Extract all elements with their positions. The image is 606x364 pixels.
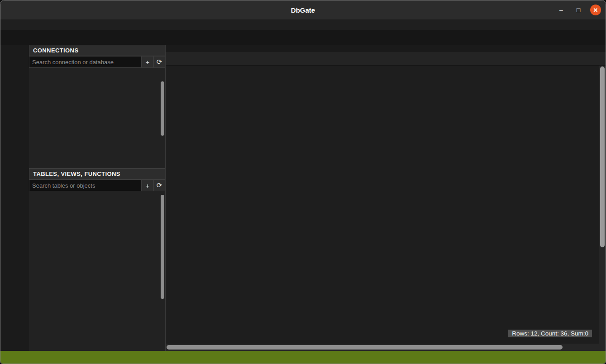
- add-connection-plus-button[interactable]: +: [142, 56, 153, 68]
- connections-list: [29, 68, 165, 168]
- tables-search-row: + ⟳: [29, 180, 165, 191]
- tables-refresh-button[interactable]: ⟳: [153, 180, 165, 191]
- connections-scrollbar[interactable]: [161, 81, 164, 136]
- data-grid-wrap: Rows: 12, Count: 36, Sum:0: [166, 66, 606, 344]
- main-area: CONNECTIONS + ⟳ TABLES, VIEWS, FUNCTIONS…: [0, 45, 606, 351]
- tables-add-button[interactable]: +: [142, 180, 153, 191]
- close-button[interactable]: ✕: [590, 5, 601, 15]
- left-panel: CONNECTIONS + ⟳ TABLES, VIEWS, FUNCTIONS…: [29, 45, 166, 351]
- tables-scrollbar[interactable]: [161, 195, 164, 299]
- minimize-button[interactable]: –: [556, 5, 567, 15]
- grid-vertical-scrollbar[interactable]: [599, 66, 606, 344]
- menu-bar: [0, 19, 606, 30]
- connections-search-input[interactable]: [29, 56, 142, 68]
- window-title: DbGate: [291, 6, 315, 14]
- content-area: Rows: 12, Count: 36, Sum:0: [166, 45, 606, 351]
- grid-horizontal-scrollbar[interactable]: [166, 344, 606, 351]
- icon-rail: [0, 45, 29, 351]
- selection-stats-overlay: Rows: 12, Count: 36, Sum:0: [508, 330, 592, 337]
- title-bar[interactable]: DbGate – □ ✕: [0, 0, 606, 19]
- toolbar: [0, 30, 606, 45]
- app-window: DbGate – □ ✕ CONNECTIONS + ⟳ TABLES, VIE…: [0, 0, 606, 364]
- grid-vertical-thumb[interactable]: [600, 66, 605, 247]
- connections-search-row: + ⟳: [29, 56, 165, 68]
- maximize-button[interactable]: □: [573, 5, 584, 15]
- window-controls: – □ ✕: [556, 0, 601, 19]
- connections-panel-title: CONNECTIONS: [29, 45, 165, 56]
- tables-search-input[interactable]: [29, 180, 142, 191]
- tables-panel-title: TABLES, VIEWS, FUNCTIONS: [29, 168, 165, 180]
- connections-refresh-button[interactable]: ⟳: [153, 56, 165, 68]
- data-grid[interactable]: Rows: 12, Count: 36, Sum:0: [166, 66, 599, 344]
- status-bar: [0, 351, 606, 364]
- grid-horizontal-thumb[interactable]: [167, 345, 563, 350]
- tables-list: [29, 191, 165, 351]
- tab-strip: [166, 52, 606, 66]
- tab-group-strip: [166, 45, 606, 52]
